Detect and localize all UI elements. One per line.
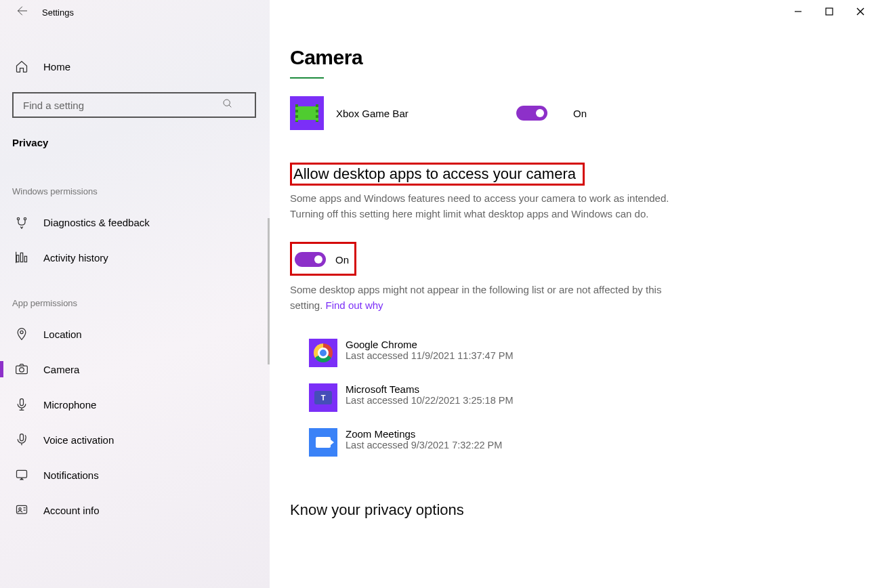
section-heading-windows: Windows permissions — [0, 186, 270, 196]
microphone-icon — [15, 398, 28, 411]
camera-icon — [15, 362, 28, 376]
nav-label: Account info — [43, 505, 100, 516]
history-icon — [15, 251, 28, 264]
desktop-app-chrome: Google Chrome Last accessed 11/9/2021 11… — [309, 339, 876, 367]
svg-rect-9 — [20, 399, 24, 406]
back-button[interactable] — [15, 5, 27, 20]
sidebar-item-diagnostics[interactable]: Diagnostics & feedback — [0, 205, 270, 240]
titlebar: Settings — [0, 0, 270, 24]
svg-rect-14 — [826, 8, 833, 15]
sidebar-home[interactable]: Home — [0, 53, 270, 80]
sidebar-item-voice[interactable]: Voice activation — [0, 422, 270, 457]
titlebar-label: Settings — [42, 7, 74, 18]
sidebar-item-notifications[interactable]: Notifications — [0, 457, 270, 492]
desktop-app-zoom: Zoom Meetings Last accessed 9/3/2021 7:3… — [309, 428, 876, 457]
section-desc: Some apps and Windows features need to a… — [290, 191, 669, 222]
da-sub: Last accessed 10/22/2021 3:25:18 PM — [346, 395, 513, 406]
section-heading-app: App permissions — [0, 298, 270, 308]
title-accent — [290, 77, 324, 79]
main-content: Camera Xbox Game Bar On Allow desktop ap… — [270, 0, 876, 588]
close-button[interactable] — [845, 0, 876, 23]
desktop-access-toggle[interactable] — [295, 252, 326, 267]
nav-label: Activity history — [43, 252, 108, 264]
app-name: Xbox Game Bar — [336, 108, 504, 119]
search-icon — [222, 98, 233, 109]
feedback-icon — [15, 215, 28, 229]
xbox-toggle[interactable] — [516, 106, 547, 121]
svg-point-13 — [19, 508, 21, 510]
section-title: Allow desktop apps to access your camera — [293, 165, 576, 182]
zoom-icon — [309, 428, 337, 457]
minimize-button[interactable] — [783, 0, 814, 23]
account-icon — [15, 503, 28, 517]
da-name: Zoom Meetings — [346, 428, 502, 440]
footer-heading: Know your privacy options — [290, 501, 876, 519]
category-label: Privacy — [0, 118, 270, 148]
desktop-app-teams: T Microsoft Teams Last accessed 10/22/20… — [309, 383, 876, 412]
svg-rect-11 — [17, 470, 27, 478]
svg-rect-4 — [20, 253, 22, 261]
da-sub: Last accessed 11/9/2021 11:37:47 PM — [346, 350, 513, 361]
svg-point-8 — [20, 368, 24, 373]
svg-rect-7 — [16, 366, 28, 374]
nav-label: Notifications — [43, 469, 99, 481]
desktop-toggle-label: On — [335, 254, 349, 266]
highlight-box-title: Allow desktop apps to access your camera — [290, 163, 585, 186]
da-name: Google Chrome — [346, 339, 513, 350]
svg-rect-5 — [24, 256, 26, 261]
sidebar-item-account[interactable]: Account info — [0, 492, 270, 528]
chrome-icon — [309, 339, 337, 367]
sidebar-item-location[interactable]: Location — [0, 316, 270, 352]
svg-point-2 — [24, 217, 26, 219]
svg-point-1 — [17, 217, 19, 219]
sidebar-item-camera[interactable]: Camera — [0, 352, 270, 387]
window-controls — [783, 0, 876, 23]
highlight-box-toggle: On — [290, 242, 356, 276]
xbox-toggle-label: On — [573, 108, 587, 119]
page-title: Camera — [290, 46, 876, 69]
xbox-icon — [290, 96, 324, 130]
sidebar-item-activity[interactable]: Activity history — [0, 240, 270, 275]
svg-point-6 — [20, 331, 23, 333]
find-out-why-link[interactable]: Find out why — [326, 299, 383, 311]
svg-point-0 — [224, 100, 230, 106]
search-input[interactable] — [12, 92, 256, 118]
nav-label: Camera — [43, 364, 79, 375]
home-label: Home — [43, 61, 70, 72]
da-name: Microsoft Teams — [346, 383, 513, 395]
sidebar-item-microphone[interactable]: Microphone — [0, 387, 270, 422]
app-row-xbox: Xbox Game Bar On — [290, 96, 876, 130]
home-icon — [15, 60, 28, 73]
teams-icon: T — [309, 383, 337, 412]
nav-label: Diagnostics & feedback — [43, 217, 150, 228]
da-sub: Last accessed 9/3/2021 7:32:22 PM — [346, 440, 502, 450]
nav-label: Location — [43, 329, 82, 340]
voice-icon — [15, 433, 28, 446]
sidebar: Settings Home Privacy Windows permission… — [0, 0, 270, 588]
svg-rect-10 — [20, 434, 24, 441]
nav-label: Microphone — [43, 399, 96, 411]
search-wrap — [12, 92, 256, 118]
svg-rect-3 — [17, 255, 19, 262]
nav-label: Voice activation — [43, 434, 114, 446]
notifications-icon — [15, 468, 28, 482]
location-icon — [15, 327, 28, 341]
desktop-note: Some desktop apps might not appear in th… — [290, 282, 669, 313]
maximize-button[interactable] — [814, 0, 845, 23]
